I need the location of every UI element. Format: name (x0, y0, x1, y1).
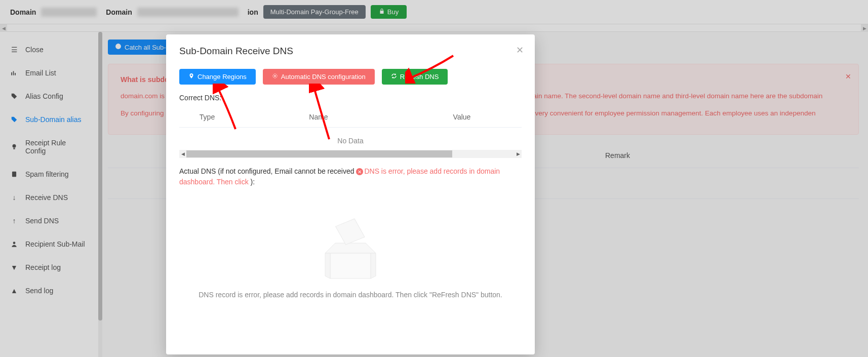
no-data-text: No Data (179, 128, 522, 150)
correct-dns-label: Correct DNS: (179, 94, 522, 102)
modal-title: Sub-Domain Receive DNS (179, 46, 522, 57)
modal-close-icon[interactable]: ✕ (516, 45, 524, 56)
scroll-right-icon[interactable]: ▶ (515, 151, 522, 156)
gear-icon (272, 73, 278, 81)
actual-dns-text: Actual DNS (if not configured, Email can… (179, 166, 522, 187)
svg-marker-11 (325, 253, 330, 279)
svg-rect-10 (330, 253, 371, 279)
location-icon (188, 73, 194, 81)
change-regions-button[interactable]: Change Regions (179, 69, 256, 85)
empty-footer-text: DNS record is error, please add records … (179, 291, 522, 299)
modal-horizontal-scrollbar[interactable]: ◀ ▶ (179, 150, 522, 158)
svg-point-8 (274, 75, 275, 77)
dns-modal: ✕ Sub-Domain Receive DNS Change Regions … (166, 34, 535, 354)
refresh-icon (391, 73, 397, 81)
col-value: Value (402, 113, 522, 121)
col-type: Type (179, 113, 235, 121)
scroll-left-icon[interactable]: ◀ (179, 151, 186, 156)
svg-marker-13 (335, 217, 365, 246)
svg-marker-9 (325, 243, 376, 253)
dns-table-header: Type Name Value (179, 107, 522, 128)
error-icon: ✕ (356, 168, 363, 175)
col-name: Name (235, 113, 402, 121)
empty-box-illustration (310, 203, 391, 284)
automatic-dns-button[interactable]: Automatic DNS configuration (263, 69, 375, 85)
refresh-dns-button[interactable]: Refresh DNS (382, 69, 448, 85)
svg-marker-12 (371, 253, 376, 279)
